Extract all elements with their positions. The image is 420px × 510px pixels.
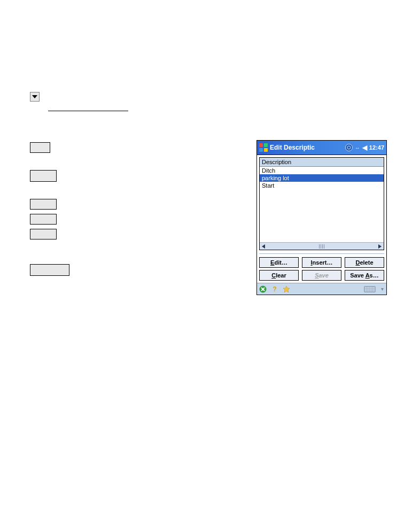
help-icon[interactable]: ? [271,285,278,293]
horizontal-scrollbar[interactable] [260,242,384,250]
start-flag-icon[interactable] [259,143,268,152]
insert-button[interactable]: Insert… [302,257,341,268]
clock[interactable]: 12:47 [369,144,384,151]
clear-button[interactable]: Clear [259,270,299,281]
ok-close-icon[interactable] [259,285,267,293]
save-button: Save [302,270,341,281]
underline-divider [48,111,128,111]
status-indicator-icon[interactable] [345,144,353,151]
svg-marker-0 [32,95,37,98]
placeholder-box [30,170,57,182]
favorite-star-icon[interactable] [283,285,290,293]
content-area: Description Ditchparking lotStart Edit… … [257,154,386,283]
list-item[interactable]: parking lot [260,174,384,182]
svg-text:?: ? [273,285,276,293]
scroll-right-arrow-icon[interactable] [376,243,384,250]
list-header[interactable]: Description [260,158,384,167]
connectivity-icon[interactable]: ↔ [355,145,360,151]
svg-marker-3 [378,244,382,249]
svg-marker-2 [262,244,265,249]
save-as-button[interactable]: Save As… [345,270,384,281]
speaker-icon[interactable]: ◀ [362,144,367,151]
titlebar: Edit Descriptic ↔ ◀ 12:47 [257,141,386,154]
placeholder-box [30,214,57,225]
keyboard-caret-icon[interactable]: ▾ [380,286,384,292]
dropdown-toggle[interactable] [30,92,40,102]
placeholder-box [30,142,50,153]
button-panel: Edit… Insert… Delete Clear Save Save As… [259,253,384,281]
scroll-track[interactable] [267,243,376,250]
scroll-left-arrow-icon[interactable] [260,243,267,250]
placeholder-box [30,199,57,210]
description-list: Description Ditchparking lotStart [259,157,384,250]
placeholder-box [30,264,69,276]
svg-point-1 [347,146,351,149]
list-item[interactable]: Ditch [260,167,384,174]
list-item[interactable]: Start [260,182,384,189]
keyboard-icon[interactable] [364,286,376,292]
status-icons: ↔ ◀ 12:47 [345,144,384,151]
delete-button[interactable]: Delete [345,257,384,268]
device-window: Edit Descriptic ↔ ◀ 12:47 Description Di… [256,140,387,295]
edit-button[interactable]: Edit… [259,257,299,268]
svg-marker-6 [283,286,290,292]
bottom-bar: ? ▾ [257,283,386,295]
window-title: Edit Descriptic [270,144,315,151]
placeholder-box [30,229,57,239]
list-body[interactable]: Ditchparking lotStart [260,167,384,242]
